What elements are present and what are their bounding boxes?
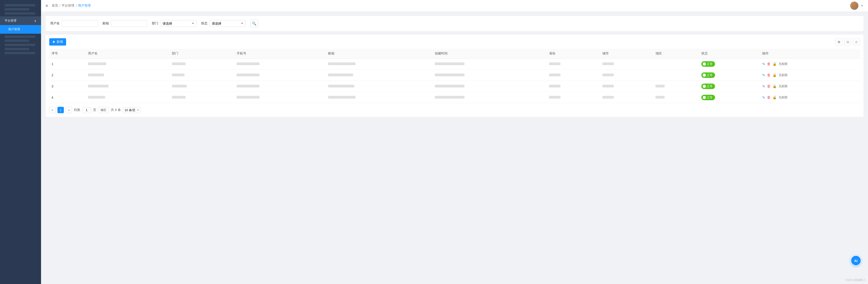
page-unit: 页 [93,108,96,112]
goto-confirm-button[interactable]: 确定 [98,107,109,113]
table-toolbar: ✚ 新增 ⊞ ⊡ ⎙ [49,38,860,45]
delete-button-4[interactable]: 🗑 [767,96,771,100]
delete-button-1[interactable]: 🗑 [767,62,771,66]
export-button[interactable]: ⊡ [844,38,851,45]
status-toggle-2[interactable]: 正常 [701,72,715,78]
col-city: 城市 [600,49,653,59]
export-icon: ⊡ [846,40,849,44]
cell-region-4 [653,92,699,103]
edit-button-3[interactable]: ✎ [762,84,765,88]
username-label: 用户名 [50,22,60,26]
cell-phone-3 [235,81,326,92]
cell-dept-4 [169,92,235,103]
sidebar-placeholder-3 [5,12,35,14]
sidebar-group-platform-title[interactable]: 平台管理 ∧ [0,16,41,25]
status-select[interactable]: 请选择 [209,20,246,27]
cell-status-2: 正常 [699,70,760,81]
cell-status-3: 正常 [699,81,760,92]
table-body: 1 正常 [49,59,860,103]
cell-province-1 [547,59,600,70]
lock-button-1[interactable]: 🔒 [772,62,777,66]
cell-dept-3 [169,81,235,92]
lock-button-4[interactable]: 🔒 [772,96,777,100]
next-page-button[interactable]: > [66,107,72,113]
lock-button-2[interactable]: 🔒 [772,73,777,77]
status-toggle-3[interactable]: 正常 [701,83,715,89]
chevron-up-icon: ∧ [34,19,36,23]
breadcrumb-platform[interactable]: 平台管理 [62,4,74,8]
permission-label-3[interactable]: 无权限 [779,84,787,88]
filter-bar: 用户名 邮箱 部门 请选择 状态 请选择 🔍 [45,16,863,31]
filter-email: 邮箱 [102,20,147,27]
watermark-text: CSDN @陌颜秋人 [845,279,866,281]
col-create-time: 创建时间 [433,49,547,59]
edit-button-2[interactable]: ✎ [762,73,765,77]
cell-region-1 [653,59,699,70]
action-cell-1: ✎ 🗑 🔒 无权限 [762,62,858,66]
status-toggle-1[interactable]: 正常 [701,61,715,67]
permission-label-4[interactable]: 无权限 [779,96,787,100]
lock-button-3[interactable]: 🔒 [772,84,777,88]
cell-city-4 [600,92,653,103]
breadcrumb-home[interactable]: 首页 [52,4,58,8]
sidebar-item-user-mgmt[interactable]: 用户管理 [0,25,41,34]
permission-label-2[interactable]: 无权限 [779,73,787,77]
cell-actions-1: ✎ 🗑 🔒 无权限 [760,59,860,70]
col-seq: 序号 [49,49,86,59]
delete-button-3[interactable]: 🗑 [767,84,771,88]
status-label-3: 正常 [707,84,713,88]
per-page-select[interactable]: 10 条/页 20 条/页 50 条/页 [123,107,141,113]
cell-dept-1 [169,59,235,70]
sidebar-placeholder-7 [5,48,29,50]
status-label-4: 正常 [707,96,713,100]
status-label-1: 正常 [707,62,713,66]
cell-createtime-1 [433,59,547,70]
edit-button-4[interactable]: ✎ [762,96,765,100]
email-input[interactable] [111,20,147,27]
sidebar-placeholder-8 [5,52,35,54]
status-label-2: 正常 [707,73,713,77]
col-actions: 操作 [760,49,860,59]
page-1-button[interactable]: 1 [58,107,64,113]
add-button[interactable]: ✚ 新增 [49,38,66,45]
cell-seq-4: 4 [49,92,86,103]
username-input[interactable] [62,20,98,27]
breadcrumb-current: 用户管理 [78,4,91,8]
cell-region-3 [653,81,699,92]
cell-email-1 [326,59,433,70]
cell-status-4: 正常 [699,92,760,103]
breadcrumb-sep-2: / [76,4,76,7]
avatar-chevron-icon[interactable]: ▼ [861,4,863,7]
ai-badge[interactable]: Ai [851,255,861,266]
print-button[interactable]: ⎙ [853,38,860,45]
goto-page-input[interactable] [82,107,91,113]
cell-city-3 [600,81,653,92]
avatar-image [850,2,859,10]
prev-page-button[interactable]: < [49,107,56,113]
cell-seq-2: 2 [49,70,86,81]
grid-view-button[interactable]: ⊞ [836,38,842,45]
search-icon: 🔍 [252,22,256,26]
hamburger-icon[interactable]: ≡ [45,3,48,8]
delete-button-2[interactable]: 🗑 [767,73,771,77]
edit-button-1[interactable]: ✎ [762,62,765,66]
status-toggle-4[interactable]: 正常 [701,95,715,100]
col-email: 邮箱 [326,49,433,59]
cell-region-2 [653,70,699,81]
search-button[interactable]: 🔍 [250,20,258,27]
user-avatar[interactable] [850,2,859,10]
sidebar-placeholder-1 [5,4,35,6]
cell-province-2 [547,70,600,81]
cell-email-2 [326,70,433,81]
cell-email-4 [326,92,433,103]
toggle-dot-3 [703,85,706,88]
cell-city-1 [600,59,653,70]
add-icon: ✚ [53,40,55,44]
sidebar-group-platform: 平台管理 ∧ 用户管理 [0,16,41,34]
print-icon: ⎙ [856,40,857,44]
department-select[interactable]: 请选择 [160,20,196,27]
toggle-dot-4 [703,96,706,99]
table-row: 4 正常 [49,92,860,103]
grid-icon: ⊞ [838,40,840,44]
permission-label-1[interactable]: 无权限 [779,62,787,66]
